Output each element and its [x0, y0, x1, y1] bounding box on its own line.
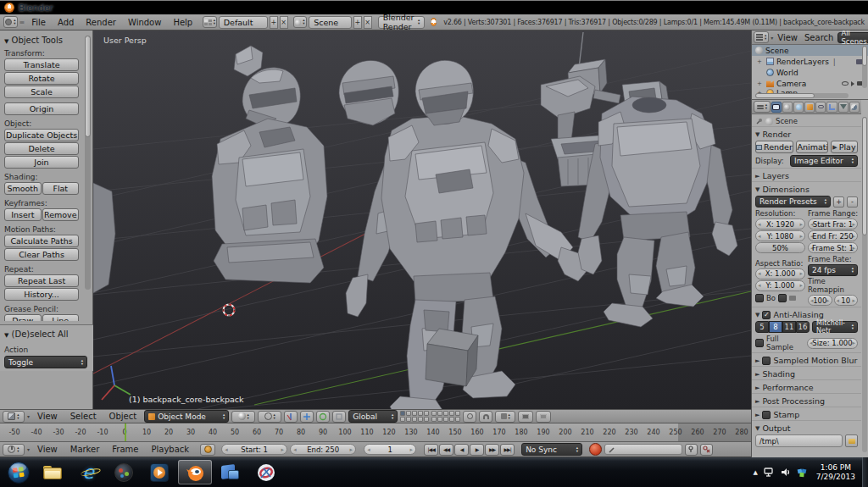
border-checkbox[interactable]	[755, 294, 764, 302]
3d-viewport[interactable]: User Persp (1) backpack_core-backpack	[93, 30, 751, 409]
aa-samples-5[interactable]: 5	[755, 321, 769, 333]
taskbar-clock[interactable]: 1:06 PM7/29/2013	[816, 463, 855, 482]
aspect-y-field[interactable]: ◂Y: 1.000▸	[755, 280, 805, 291]
current-frame-playhead[interactable]	[125, 423, 126, 442]
translate-manipulator-button[interactable]	[300, 411, 314, 423]
menu-help[interactable]: Help	[168, 18, 198, 27]
render-presets-select[interactable]: Render Presets▴▾	[755, 196, 831, 208]
antialiasing-checkbox[interactable]: ✓	[762, 311, 771, 319]
delete-button[interactable]: Delete	[4, 142, 79, 155]
taskbar-internet-explorer-button[interactable]: e	[71, 460, 105, 484]
post-processing-panel-header[interactable]: ►Post Processing	[752, 393, 861, 407]
action-toggle-select[interactable]: Toggle▴▾	[4, 356, 87, 368]
flat-button[interactable]: Flat	[42, 182, 80, 195]
editor-type-properties-button[interactable]: ▴▾	[754, 101, 771, 113]
collapse-menus-icon[interactable]: ≡	[19, 19, 25, 26]
play-button[interactable]: ▶	[470, 444, 484, 456]
tab-world[interactable]	[793, 102, 804, 113]
lock-to-scene-icon[interactable]	[463, 411, 476, 423]
tab-scene[interactable]	[782, 102, 793, 113]
add-scene-button[interactable]: +	[353, 16, 362, 29]
model-cube[interactable]	[426, 329, 478, 386]
editor-type-outliner-button[interactable]: ▴▾	[754, 31, 769, 43]
editor-type-timeline-button[interactable]: ▴▾	[3, 444, 25, 456]
preview-range-icon[interactable]	[200, 444, 215, 456]
taskbar-app2-button[interactable]	[214, 460, 248, 484]
antialiasing-panel-header[interactable]: ▼✓Anti-Aliasing	[752, 307, 861, 320]
outliner-hscrollbar[interactable]	[755, 93, 849, 98]
dropbox-icon[interactable]	[797, 468, 807, 478]
smooth-button[interactable]: Smooth	[4, 182, 42, 195]
tab-material[interactable]	[849, 102, 860, 113]
motion-blur-panel-header[interactable]: ►Sampled Motion Blur	[752, 352, 861, 366]
aa-size-field[interactable]: ◂Size: 1.000▸	[807, 338, 858, 349]
clear-paths-button[interactable]: Clear Paths	[4, 248, 79, 261]
timeline-view-menu[interactable]: View	[32, 445, 63, 454]
taskbar-snipping-tool-button[interactable]	[249, 460, 283, 484]
expand-icon[interactable]: +	[755, 58, 764, 65]
volume-icon[interactable]	[781, 468, 791, 477]
origin-button[interactable]: Origin	[4, 102, 79, 115]
viewport-shading-select[interactable]: ▴▾	[231, 411, 255, 423]
snap-element-select[interactable]: ▴▾	[495, 411, 515, 423]
view-menu[interactable]: View	[32, 412, 63, 421]
pivot-point-select[interactable]: ▴▾	[258, 411, 281, 423]
render-panel-header[interactable]: ▼Render	[752, 126, 861, 140]
taskbar-blender-button[interactable]	[178, 460, 212, 484]
show-desktop-button[interactable]	[862, 457, 868, 487]
aa-filter-select[interactable]: Mitchell-Netr▴▾	[812, 321, 858, 333]
model-vest[interactable]	[212, 119, 327, 283]
full-sample-checkbox[interactable]	[755, 339, 764, 347]
render-opengl-anim-button[interactable]	[536, 411, 551, 423]
frame-rate-select[interactable]: 24 fps▴▾	[808, 264, 858, 276]
resolution-x-field[interactable]: ◂X: 1920▸	[755, 219, 805, 230]
taskbar-app1-button[interactable]	[107, 460, 141, 484]
manipulator-toggle[interactable]	[284, 411, 298, 423]
tab-render[interactable]	[771, 102, 782, 113]
crop-checkbox[interactable]	[778, 294, 787, 302]
layers-widget-right[interactable]	[431, 411, 460, 422]
timeline-playback-menu[interactable]: Playback	[147, 445, 195, 454]
outliner-item-renderlayers[interactable]: + RenderLayers |	[752, 56, 868, 67]
browse-folder-button[interactable]	[845, 434, 858, 447]
scene-icon[interactable]: ▴▾	[293, 16, 308, 28]
select-menu[interactable]: Select	[65, 412, 102, 421]
transform-orientation-select[interactable]: Global▴▾	[348, 410, 398, 423]
output-path-field[interactable]: /tmp\	[755, 434, 843, 447]
play-rendered-button[interactable]: ▶Play	[831, 141, 858, 153]
tab-modifiers[interactable]	[826, 102, 837, 113]
layers-widget-left[interactable]	[400, 411, 429, 422]
rotate-manipulator-button[interactable]	[316, 411, 330, 423]
record-button[interactable]	[589, 443, 602, 456]
render-animation-button[interactable]: Animati	[796, 141, 828, 153]
properties-scrollbar[interactable]	[862, 117, 867, 452]
outliner-item-camera[interactable]: + Camera	[752, 78, 868, 89]
editor-type-button[interactable]: ▴▾	[3, 16, 18, 28]
remove-preset-button[interactable]: -	[847, 196, 858, 208]
remap-old-field[interactable]: ◂100▸	[808, 295, 832, 306]
stamp-checkbox[interactable]	[762, 411, 771, 419]
rotate-button[interactable]: Rotate	[4, 72, 79, 85]
performance-panel-header[interactable]: ►Performance	[752, 379, 861, 393]
mode-select[interactable]: Object Mode▴▾	[144, 410, 229, 423]
add-layout-button[interactable]: +	[270, 16, 278, 29]
render-engine-select[interactable]: Blender Render▴▾	[378, 16, 426, 29]
viewport-canvas[interactable]	[93, 30, 751, 409]
pin-icon[interactable]	[755, 118, 763, 125]
tab-object[interactable]	[804, 102, 815, 113]
render-opengl-button[interactable]	[518, 411, 533, 423]
outliner-filter-select[interactable]: All Scenes	[837, 32, 868, 43]
snap-magnet-icon[interactable]	[479, 411, 492, 423]
taskbar-explorer-button[interactable]	[36, 460, 70, 484]
header-collapse-icon[interactable]: ▾	[27, 413, 30, 419]
aa-samples-16[interactable]: 16	[796, 321, 810, 333]
remove-keyframe-button[interactable]: Remove	[42, 208, 80, 221]
tool-shelf-scrollbar[interactable]	[85, 36, 91, 290]
sync-mode-select[interactable]: No Sync▴▾	[521, 443, 582, 456]
outliner-item-world[interactable]: World	[752, 67, 868, 78]
tab-constraints[interactable]	[815, 102, 826, 113]
scale-manipulator-button[interactable]	[332, 411, 346, 423]
outliner-item-scene[interactable]: Scene	[752, 45, 868, 56]
aa-samples-8[interactable]: 8	[769, 321, 782, 333]
grease-line-button[interactable]: Line	[42, 314, 80, 321]
